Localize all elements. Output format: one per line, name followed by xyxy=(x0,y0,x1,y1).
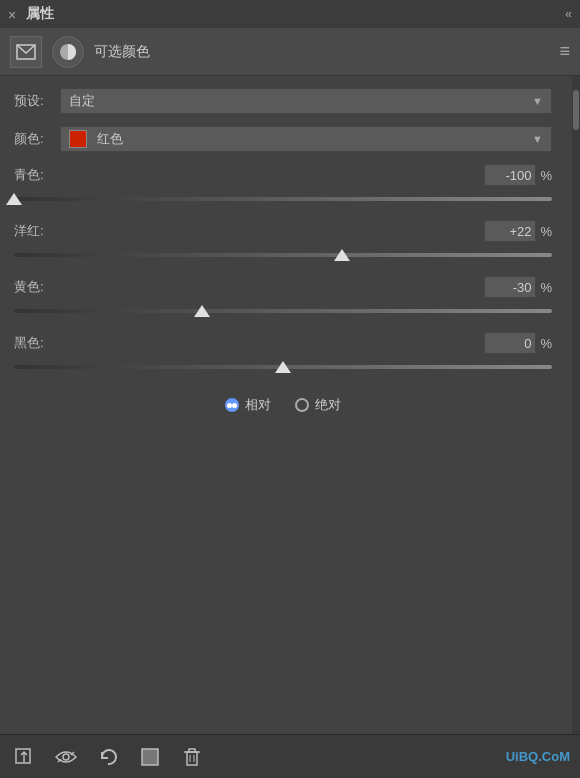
yellow-slider-header: 黄色: % xyxy=(14,276,552,298)
yellow-label: 黄色: xyxy=(14,278,44,296)
move-layer-icon xyxy=(13,746,35,768)
svg-point-4 xyxy=(63,754,69,760)
yellow-slider-section: 黄色: % xyxy=(14,276,552,320)
undo-button[interactable] xyxy=(94,743,122,771)
trash-icon xyxy=(183,747,201,767)
color-arrow: ▼ xyxy=(532,133,543,145)
color-label: 颜色: xyxy=(14,130,52,148)
radio-absolute-btn[interactable] xyxy=(295,398,309,412)
magenta-label: 洋红: xyxy=(14,222,44,240)
adjustment-icon[interactable] xyxy=(10,36,42,68)
envelope-svg xyxy=(16,44,36,60)
color-row: 颜色: 红色 ▼ xyxy=(14,126,552,152)
content-area: 预设: 自定 ▼ 颜色: 红色 ▼ xyxy=(0,76,572,734)
radio-absolute[interactable]: 绝对 xyxy=(295,396,341,414)
svg-rect-5 xyxy=(142,749,158,765)
cyan-input[interactable] xyxy=(484,164,536,186)
main-panel: × 属性 « 可选颜色 ≡ xyxy=(0,0,580,778)
title-bar-left: × 属性 xyxy=(8,5,54,23)
layer-label: 可选颜色 xyxy=(94,43,150,61)
radio-absolute-label: 绝对 xyxy=(315,396,341,414)
black-value-row: % xyxy=(484,332,552,354)
close-button[interactable]: × xyxy=(8,8,20,20)
cyan-slider-section: 青色: % xyxy=(14,164,552,208)
magenta-thumb[interactable] xyxy=(334,249,350,261)
magenta-unit: % xyxy=(540,224,552,239)
panel-menu-btn[interactable]: ≡ xyxy=(559,41,570,62)
radio-relative-label: 相对 xyxy=(245,396,271,414)
cyan-value-row: % xyxy=(484,164,552,186)
new-fill-button[interactable] xyxy=(136,743,164,771)
svg-rect-6 xyxy=(187,752,197,765)
undo-icon xyxy=(98,747,118,767)
radio-relative[interactable]: 相对 xyxy=(225,396,271,414)
move-layer-button[interactable] xyxy=(10,743,38,771)
color-swatch xyxy=(69,130,87,148)
preset-dropdown[interactable]: 自定 ▼ xyxy=(60,88,552,114)
black-label: 黑色: xyxy=(14,334,44,352)
eye-icon xyxy=(55,749,77,765)
color-dropdown[interactable]: 红色 ▼ xyxy=(60,126,552,152)
new-fill-icon xyxy=(140,747,160,767)
cyan-thumb[interactable] xyxy=(6,193,22,205)
magenta-track xyxy=(14,253,552,257)
radio-row: 相对 绝对 xyxy=(14,396,552,414)
black-input[interactable] xyxy=(484,332,536,354)
cyan-track xyxy=(14,197,552,201)
yellow-input[interactable] xyxy=(484,276,536,298)
title-bar: × 属性 « xyxy=(0,0,580,28)
magenta-track-container[interactable] xyxy=(14,246,552,264)
cyan-slider-header: 青色: % xyxy=(14,164,552,186)
visibility-button[interactable] xyxy=(52,743,80,771)
yellow-track xyxy=(14,309,552,313)
magenta-slider-section: 洋红: % xyxy=(14,220,552,264)
magenta-value-row: % xyxy=(484,220,552,242)
bottom-toolbar: UiBQ.CoM xyxy=(0,734,580,778)
scrollbar-thumb[interactable] xyxy=(573,90,579,130)
preset-row: 预设: 自定 ▼ xyxy=(14,88,552,114)
radio-dot xyxy=(227,403,232,408)
cyan-track-container[interactable] xyxy=(14,190,552,208)
collapse-button[interactable]: « xyxy=(565,7,572,21)
mask-icon[interactable] xyxy=(52,36,84,68)
preset-label: 预设: xyxy=(14,92,52,110)
cyan-unit: % xyxy=(540,168,552,183)
half-circle-svg xyxy=(58,42,78,62)
black-track-container[interactable] xyxy=(14,358,552,376)
cyan-label: 青色: xyxy=(14,166,44,184)
yellow-unit: % xyxy=(540,280,552,295)
magenta-input[interactable] xyxy=(484,220,536,242)
outer-wrap: 预设: 自定 ▼ 颜色: 红色 ▼ xyxy=(0,76,580,734)
black-track xyxy=(14,365,552,369)
panel-title: 属性 xyxy=(26,5,54,23)
magenta-slider-header: 洋红: % xyxy=(14,220,552,242)
black-slider-header: 黑色: % xyxy=(14,332,552,354)
radio-relative-btn[interactable] xyxy=(225,398,239,412)
scrollbar[interactable] xyxy=(572,76,580,734)
svg-rect-2 xyxy=(16,749,30,763)
yellow-value-row: % xyxy=(484,276,552,298)
black-thumb[interactable] xyxy=(275,361,291,373)
black-slider-section: 黑色: % xyxy=(14,332,552,376)
layer-icon-row: 可选颜色 ≡ xyxy=(0,28,580,76)
yellow-track-container[interactable] xyxy=(14,302,552,320)
black-unit: % xyxy=(540,336,552,351)
color-dropdown-inner: 红色 xyxy=(69,130,123,148)
watermark: UiBQ.CoM xyxy=(506,749,570,764)
delete-button[interactable] xyxy=(178,743,206,771)
yellow-thumb[interactable] xyxy=(194,305,210,317)
preset-arrow: ▼ xyxy=(532,95,543,107)
